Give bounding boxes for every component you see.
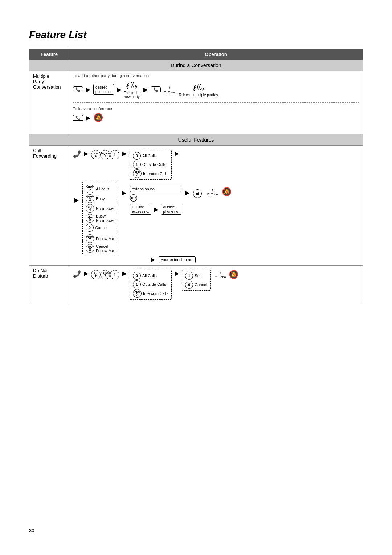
arrow-2: ▶ bbox=[117, 86, 121, 93]
key-pqrs7-dnd: PQRS7 bbox=[101, 270, 110, 279]
dnd-icon-end: 🔕 bbox=[229, 270, 238, 279]
btn-0-dnd-all: 0 bbox=[133, 272, 141, 280]
cf-busy-no-answer: JKL5 Busy/ No answer bbox=[86, 214, 115, 223]
cf-outside-calls: 1 Outside Calls bbox=[133, 161, 168, 169]
handset-icon-dnd: 📞 bbox=[73, 270, 81, 278]
arrow-fm: ▶ bbox=[151, 256, 155, 263]
feature-dnd: Do Not Disturb bbox=[29, 266, 69, 304]
page-title: Feature List bbox=[29, 29, 363, 44]
diagram-add-party: 📞 ▶ desired phone no. ▶ ℓ (( bbox=[73, 80, 359, 99]
key-tuv8: TUV8 bbox=[86, 244, 94, 253]
cf-or-row: OR bbox=[130, 194, 181, 202]
dnd-set: 1 Set bbox=[185, 272, 207, 280]
cf-options-row: ▶ ABC2 All calls DEF3 Busy GHI4 bbox=[73, 182, 359, 255]
arrow-cf-1: ▶ bbox=[84, 150, 88, 157]
cf-intercom-calls: ABC2 Intercom Calls bbox=[133, 169, 168, 178]
arrow-cf-4: ▶ bbox=[74, 197, 79, 203]
intercom-svg-1: ℓ (( ę bbox=[125, 80, 139, 91]
btn-1-dnd-outside: 1 bbox=[133, 280, 141, 288]
cf-co-row: CO line access no. ▶ outside phone no. bbox=[130, 204, 181, 215]
arrow-3: ▶ bbox=[143, 86, 148, 93]
diagram-leave-conference: 📞 ▶ 🔕 bbox=[73, 113, 359, 122]
arrow-cf-5: ▶ bbox=[122, 189, 126, 196]
key-ghi4: GHI4 bbox=[86, 204, 94, 213]
section-label-useful: Useful Features bbox=[29, 134, 363, 146]
dnd-outside-calls: 1 Outside Calls bbox=[133, 280, 168, 288]
btn-0-all: 0 bbox=[133, 152, 141, 160]
key-1-dnd: 1 bbox=[110, 270, 119, 279]
c-tone-group: ♪ C. Tone bbox=[164, 85, 175, 94]
hash-btn: # bbox=[193, 189, 202, 198]
cf-call-type-box: 0 All Calls 1 Outside Calls ABC2 Interco… bbox=[130, 150, 172, 180]
cf-dest-group: extension no. OR CO line access no. ▶ bbox=[130, 186, 181, 215]
page-number: 30 bbox=[29, 528, 34, 533]
note-add-party: To add another party during a conversati… bbox=[73, 73, 359, 78]
key-star-dnd: A↔✱ bbox=[91, 270, 101, 279]
col-operation-header: Operation bbox=[69, 49, 363, 60]
talk-multiple-parties: Talk with multiple parties. bbox=[179, 93, 219, 97]
arrow-dnd-3: ▶ bbox=[175, 270, 179, 277]
svg-text:((: (( bbox=[197, 84, 201, 90]
arrow-4: ▶ bbox=[86, 114, 90, 121]
operation-call-forwarding: 📞 ▶ A↔✱ PQRS7 1 ▶ 0 A bbox=[69, 146, 363, 266]
dnd-intercom-calls: ABC2 Intercom Calls bbox=[133, 289, 168, 298]
spacer-1 bbox=[73, 125, 359, 132]
svg-text:ℓ: ℓ bbox=[193, 84, 196, 93]
table-row-dnd: Do Not Disturb 📞 ▶ A↔✱ PQRS7 1 ▶ bbox=[29, 266, 363, 304]
intercom-icon-1: ℓ (( ę Talk to thenew party. bbox=[124, 80, 141, 99]
phone-icon-1: 📞 bbox=[73, 86, 83, 92]
dnd-end-group: ♪ C. Tone bbox=[215, 270, 226, 279]
key-abc2-cf: ABC2 bbox=[133, 169, 142, 178]
key-pqrs7: PQRS7 bbox=[101, 150, 110, 159]
key-1-cf: 1 bbox=[110, 150, 119, 159]
dnd-cancel: 0 Cancel bbox=[185, 281, 207, 289]
feature-list-table: Feature Operation During a Conversation … bbox=[29, 49, 363, 304]
arrow-dnd-1: ▶ bbox=[84, 270, 88, 277]
key-jkl5: JKL5 bbox=[86, 214, 94, 223]
section-during-conversation: During a Conversation bbox=[29, 60, 363, 71]
cf-forward-type-box: ABC2 All calls DEF3 Busy GHI4 No answer bbox=[82, 182, 118, 255]
arrow-dnd-2: ▶ bbox=[122, 270, 127, 277]
desired-phone-no-box: desired phone no. bbox=[93, 84, 114, 95]
svg-text:ℓ: ℓ bbox=[126, 81, 130, 90]
phone-icon-3: 📞 bbox=[73, 115, 83, 121]
page: Feature List Feature Operation During a … bbox=[0, 0, 392, 555]
dnd-all-calls: 0 All Calls bbox=[133, 272, 168, 280]
talk-new-party: Talk to thenew party. bbox=[124, 91, 141, 99]
arrow-cf-2: ▶ bbox=[122, 150, 127, 157]
separator-1 bbox=[73, 102, 359, 103]
intercom-svg-2: ℓ (( ę bbox=[192, 82, 206, 93]
note-leave-conference: To leave a conference bbox=[73, 106, 359, 111]
cf-top-row: 📞 ▶ A↔✱ PQRS7 1 ▶ 0 A bbox=[73, 150, 359, 180]
btn-0-cancel-dnd: 0 bbox=[185, 281, 193, 289]
cf-cancel: 0 Cancel bbox=[86, 224, 115, 232]
cf-all-calls2: ABC2 All calls bbox=[86, 185, 115, 193]
feature-call-forwarding: Call Forwarding bbox=[29, 146, 69, 266]
operation-dnd: 📞 ▶ A↔✱ PQRS7 1 ▶ 0 All Calls bbox=[69, 266, 363, 304]
col-feature-header: Feature bbox=[29, 49, 69, 60]
arrow-cf-6: ▶ bbox=[154, 206, 158, 213]
dnd-key-sequence: A↔✱ PQRS7 1 bbox=[91, 270, 119, 279]
dnd-icon: 🔕 bbox=[93, 113, 103, 122]
outside-phone-no-box: outside phone no. bbox=[161, 204, 181, 215]
operation-multiple-party: To add another party during a conversati… bbox=[69, 71, 363, 134]
key-star: A↔✱ bbox=[91, 150, 101, 159]
key-pqrs7-fm: PQRS7 bbox=[86, 234, 94, 243]
key-abc2-all: ABC2 bbox=[86, 185, 94, 193]
dnd-icon-cf: 🔕 bbox=[222, 187, 232, 197]
btn-0-cancel: 0 bbox=[86, 224, 94, 232]
table-row-call-forwarding: Call Forwarding 📞 ▶ A↔✱ PQRS7 1 ▶ bbox=[29, 146, 363, 266]
cf-end-group: ♪ C. Tone bbox=[207, 187, 218, 196]
svg-text:ę: ę bbox=[135, 84, 137, 89]
section-label-conversation: During a Conversation bbox=[29, 60, 363, 71]
extension-no-box: extension no. bbox=[130, 186, 181, 192]
handset-icon-cf: 📞 bbox=[73, 150, 81, 158]
phone-icon-2: 📞 bbox=[151, 86, 161, 92]
section-useful-features: Useful Features bbox=[29, 134, 363, 146]
cf-key-sequence: A↔✱ PQRS7 1 bbox=[91, 150, 119, 159]
table-row-multiple-party: Multiple Party Conversation To add anoth… bbox=[29, 71, 363, 134]
intercom-icon-2: ℓ (( ę Talk with multiple parties. bbox=[179, 82, 219, 97]
arrow-cf-3: ▶ bbox=[175, 150, 179, 157]
svg-text:((: (( bbox=[130, 81, 134, 88]
feature-multiple-party: Multiple Party Conversation bbox=[29, 71, 69, 134]
